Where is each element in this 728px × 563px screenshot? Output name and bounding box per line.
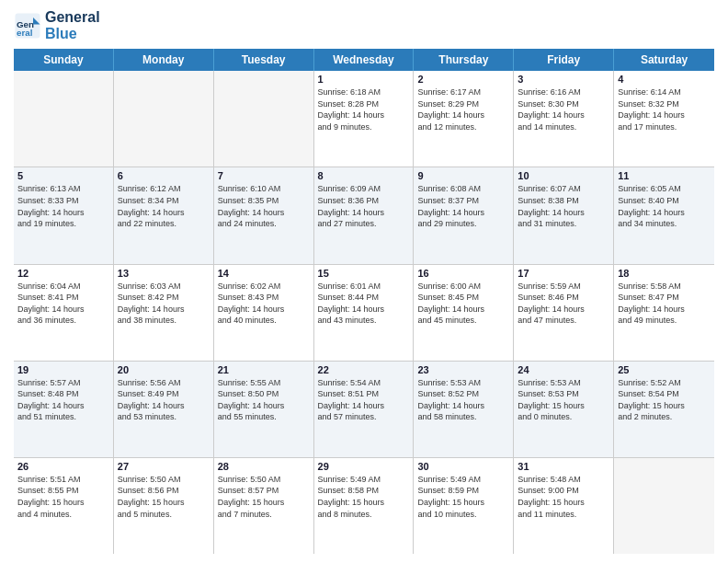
day-number: 20 (118, 364, 210, 375)
calendar-row-3: 19Sunrise: 5:57 AM Sunset: 8:48 PM Dayli… (14, 362, 714, 458)
weekday-header-sunday: Sunday (14, 49, 114, 71)
calendar-cell-3-2: 21Sunrise: 5:55 AM Sunset: 8:50 PM Dayli… (214, 362, 314, 457)
calendar: SundayMondayTuesdayWednesdayThursdayFrid… (14, 49, 714, 554)
calendar-cell-0-4: 2Sunrise: 6:17 AM Sunset: 8:29 PM Daylig… (414, 71, 514, 167)
calendar-cell-1-0: 5Sunrise: 6:13 AM Sunset: 8:33 PM Daylig… (14, 167, 114, 263)
logo-icon: Gen eral (14, 12, 41, 40)
day-number: 29 (318, 461, 410, 472)
day-number: 2 (417, 74, 509, 85)
calendar-cell-4-4: 30Sunrise: 5:49 AM Sunset: 8:59 PM Dayli… (414, 458, 514, 554)
calendar-cell-0-1 (114, 71, 214, 167)
cell-info: Sunrise: 6:18 AM Sunset: 8:28 PM Dayligh… (318, 86, 410, 132)
cell-info: Sunrise: 5:58 AM Sunset: 8:47 PM Dayligh… (618, 281, 711, 327)
day-number: 17 (518, 268, 609, 279)
day-number: 8 (318, 170, 410, 181)
calendar-cell-1-1: 6Sunrise: 6:12 AM Sunset: 8:34 PM Daylig… (114, 167, 214, 263)
calendar-cell-4-6 (614, 458, 714, 554)
day-number: 22 (318, 364, 410, 375)
calendar-cell-1-4: 9Sunrise: 6:08 AM Sunset: 8:37 PM Daylig… (414, 167, 514, 263)
calendar-row-2: 12Sunrise: 6:04 AM Sunset: 8:41 PM Dayli… (14, 265, 714, 362)
cell-info: Sunrise: 6:14 AM Sunset: 8:32 PM Dayligh… (618, 86, 711, 132)
cell-info: Sunrise: 5:55 AM Sunset: 8:50 PM Dayligh… (218, 377, 310, 423)
day-number: 16 (417, 268, 509, 279)
cell-info: Sunrise: 5:53 AM Sunset: 8:52 PM Dayligh… (417, 377, 509, 423)
calendar-cell-2-5: 17Sunrise: 5:59 AM Sunset: 8:46 PM Dayli… (514, 265, 614, 361)
calendar-row-1: 5Sunrise: 6:13 AM Sunset: 8:33 PM Daylig… (14, 167, 714, 264)
cell-info: Sunrise: 5:49 AM Sunset: 8:58 PM Dayligh… (318, 474, 410, 520)
cell-info: Sunrise: 6:04 AM Sunset: 8:41 PM Dayligh… (17, 281, 109, 327)
header: Gen eral GeneralBlue (14, 9, 714, 41)
calendar-cell-0-6: 4Sunrise: 6:14 AM Sunset: 8:32 PM Daylig… (614, 71, 714, 167)
calendar-cell-1-5: 10Sunrise: 6:07 AM Sunset: 8:38 PM Dayli… (514, 167, 614, 263)
calendar-cell-4-3: 29Sunrise: 5:49 AM Sunset: 8:58 PM Dayli… (314, 458, 415, 554)
weekday-header-wednesday: Wednesday (314, 49, 415, 71)
calendar-cell-0-2 (214, 71, 314, 167)
cell-info: Sunrise: 6:08 AM Sunset: 8:37 PM Dayligh… (417, 183, 509, 229)
calendar-cell-0-5: 3Sunrise: 6:16 AM Sunset: 8:30 PM Daylig… (514, 71, 614, 167)
day-number: 10 (518, 170, 609, 181)
calendar-cell-3-3: 22Sunrise: 5:54 AM Sunset: 8:51 PM Dayli… (314, 362, 415, 457)
calendar-cell-3-4: 23Sunrise: 5:53 AM Sunset: 8:52 PM Dayli… (414, 362, 514, 457)
cell-info: Sunrise: 6:00 AM Sunset: 8:45 PM Dayligh… (417, 281, 509, 327)
cell-info: Sunrise: 6:12 AM Sunset: 8:34 PM Dayligh… (118, 183, 210, 229)
calendar-cell-2-3: 15Sunrise: 6:01 AM Sunset: 8:44 PM Dayli… (314, 265, 415, 361)
page: Gen eral GeneralBlue SundayMondayTuesday… (0, 0, 728, 563)
calendar-cell-1-3: 8Sunrise: 6:09 AM Sunset: 8:36 PM Daylig… (314, 167, 415, 263)
day-number: 7 (218, 170, 310, 181)
cell-info: Sunrise: 5:53 AM Sunset: 8:53 PM Dayligh… (518, 377, 609, 423)
weekday-header-saturday: Saturday (614, 49, 714, 71)
calendar-cell-2-4: 16Sunrise: 6:00 AM Sunset: 8:45 PM Dayli… (414, 265, 514, 361)
calendar-body: 1Sunrise: 6:18 AM Sunset: 8:28 PM Daylig… (14, 71, 714, 554)
cell-info: Sunrise: 5:56 AM Sunset: 8:49 PM Dayligh… (118, 377, 210, 423)
cell-info: Sunrise: 6:17 AM Sunset: 8:29 PM Dayligh… (417, 86, 509, 132)
cell-info: Sunrise: 5:52 AM Sunset: 8:54 PM Dayligh… (618, 377, 711, 423)
day-number: 28 (218, 461, 310, 472)
cell-info: Sunrise: 5:59 AM Sunset: 8:46 PM Dayligh… (518, 281, 609, 327)
cell-info: Sunrise: 6:09 AM Sunset: 8:36 PM Dayligh… (318, 183, 410, 229)
day-number: 3 (518, 74, 609, 85)
cell-info: Sunrise: 6:10 AM Sunset: 8:35 PM Dayligh… (218, 183, 310, 229)
cell-info: Sunrise: 5:48 AM Sunset: 9:00 PM Dayligh… (518, 474, 609, 520)
day-number: 13 (118, 268, 210, 279)
day-number: 4 (618, 74, 711, 85)
day-number: 27 (118, 461, 210, 472)
day-number: 14 (218, 268, 310, 279)
logo-text: GeneralBlue (45, 9, 100, 41)
calendar-cell-3-5: 24Sunrise: 5:53 AM Sunset: 8:53 PM Dayli… (514, 362, 614, 457)
weekday-header-friday: Friday (514, 49, 614, 71)
day-number: 12 (17, 268, 109, 279)
cell-info: Sunrise: 5:50 AM Sunset: 8:56 PM Dayligh… (118, 474, 210, 520)
day-number: 21 (218, 364, 310, 375)
calendar-cell-1-2: 7Sunrise: 6:10 AM Sunset: 8:35 PM Daylig… (214, 167, 314, 263)
cell-info: Sunrise: 6:05 AM Sunset: 8:40 PM Dayligh… (618, 183, 711, 229)
calendar-row-0: 1Sunrise: 6:18 AM Sunset: 8:28 PM Daylig… (14, 71, 714, 167)
day-number: 24 (518, 364, 609, 375)
day-number: 18 (618, 268, 711, 279)
cell-info: Sunrise: 6:01 AM Sunset: 8:44 PM Dayligh… (318, 281, 410, 327)
cell-info: Sunrise: 5:49 AM Sunset: 8:59 PM Dayligh… (417, 474, 509, 520)
calendar-cell-0-3: 1Sunrise: 6:18 AM Sunset: 8:28 PM Daylig… (314, 71, 415, 167)
calendar-cell-4-1: 27Sunrise: 5:50 AM Sunset: 8:56 PM Dayli… (114, 458, 214, 554)
day-number: 26 (17, 461, 109, 472)
calendar-cell-2-0: 12Sunrise: 6:04 AM Sunset: 8:41 PM Dayli… (14, 265, 114, 361)
day-number: 25 (618, 364, 711, 375)
day-number: 15 (318, 268, 410, 279)
day-number: 30 (417, 461, 509, 472)
calendar-cell-1-6: 11Sunrise: 6:05 AM Sunset: 8:40 PM Dayli… (614, 167, 714, 263)
day-number: 31 (518, 461, 609, 472)
cell-info: Sunrise: 6:13 AM Sunset: 8:33 PM Dayligh… (17, 183, 109, 229)
cell-info: Sunrise: 5:57 AM Sunset: 8:48 PM Dayligh… (17, 377, 109, 423)
cell-info: Sunrise: 5:51 AM Sunset: 8:55 PM Dayligh… (17, 474, 109, 520)
day-number: 6 (118, 170, 210, 181)
cell-info: Sunrise: 6:02 AM Sunset: 8:43 PM Dayligh… (218, 281, 310, 327)
calendar-cell-2-6: 18Sunrise: 5:58 AM Sunset: 8:47 PM Dayli… (614, 265, 714, 361)
logo: Gen eral GeneralBlue (14, 9, 100, 41)
svg-text:eral: eral (17, 27, 33, 37)
cell-info: Sunrise: 6:03 AM Sunset: 8:42 PM Dayligh… (118, 281, 210, 327)
day-number: 1 (318, 74, 410, 85)
weekday-header-monday: Monday (114, 49, 214, 71)
cell-info: Sunrise: 5:50 AM Sunset: 8:57 PM Dayligh… (218, 474, 310, 520)
cell-info: Sunrise: 5:54 AM Sunset: 8:51 PM Dayligh… (318, 377, 410, 423)
calendar-cell-0-0 (14, 71, 114, 167)
day-number: 19 (17, 364, 109, 375)
